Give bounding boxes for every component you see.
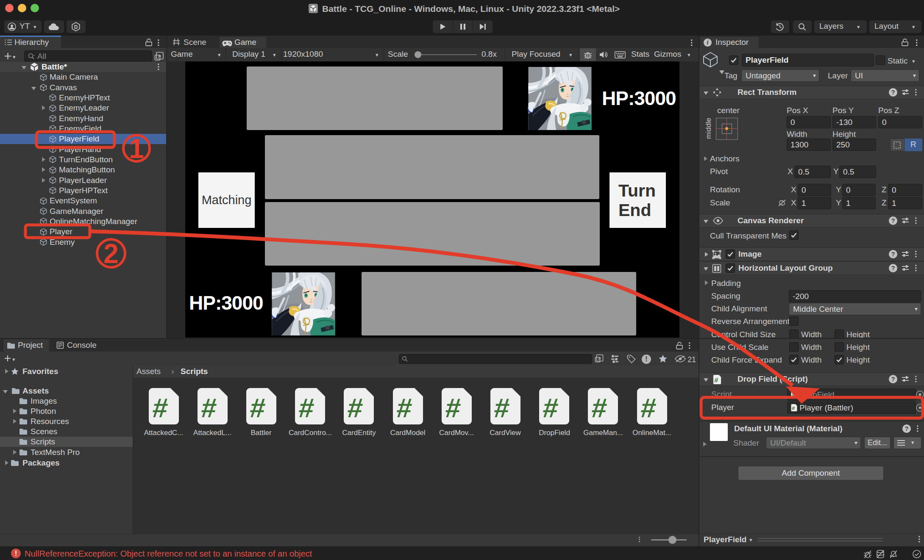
- svg-text:2: 2: [103, 238, 119, 269]
- svg-text:1: 1: [129, 133, 144, 164]
